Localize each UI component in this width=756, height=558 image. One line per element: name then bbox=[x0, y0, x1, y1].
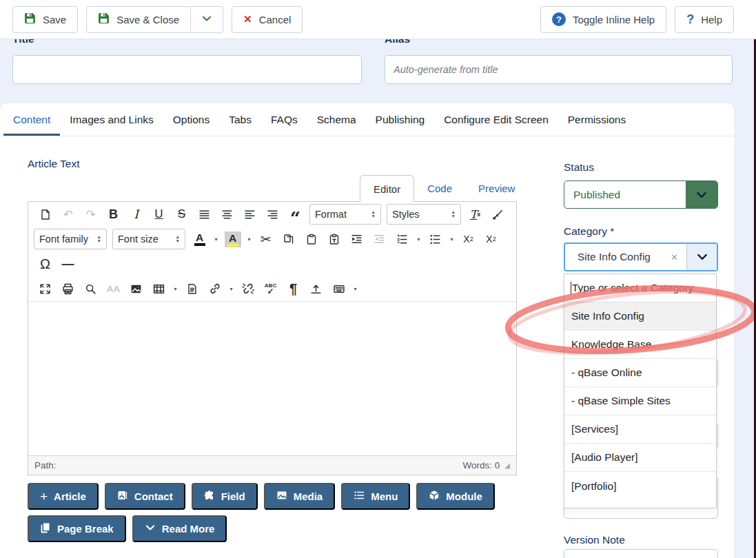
editor-content-area[interactable] bbox=[28, 301, 516, 455]
insert-article-button[interactable]: + Article bbox=[28, 483, 99, 510]
insert-image-icon[interactable] bbox=[125, 278, 147, 299]
insert-menu-button[interactable]: Menu bbox=[341, 483, 410, 510]
version-note-input[interactable] bbox=[564, 549, 718, 558]
tab-configure-edit-screen[interactable]: Configure Edit Screen bbox=[434, 103, 558, 136]
category-chevron-down-icon[interactable] bbox=[686, 244, 717, 270]
insert-contact-button[interactable]: Contact bbox=[105, 483, 185, 510]
fullscreen-icon[interactable] bbox=[34, 278, 57, 299]
subscript-icon[interactable]: X2 bbox=[457, 229, 480, 249]
superscript-icon[interactable]: X2 bbox=[480, 229, 502, 249]
align-right-icon[interactable] bbox=[261, 204, 284, 225]
align-left-icon[interactable] bbox=[238, 204, 261, 225]
horizontal-rule-icon[interactable]: — bbox=[57, 254, 79, 274]
special-character-icon[interactable]: Ω bbox=[34, 254, 57, 274]
bullet-list-dropdown-icon[interactable]: ▾ bbox=[447, 229, 457, 249]
clean-brush-icon[interactable] bbox=[487, 204, 509, 225]
category-combobox[interactable]: Site Info Config ✕ bbox=[564, 242, 718, 271]
table-dropdown-icon[interactable]: ▾ bbox=[170, 278, 181, 299]
strikethrough-icon[interactable]: S bbox=[170, 204, 193, 225]
category-option-portfolio[interactable]: [Portfolio] bbox=[564, 472, 716, 500]
tab-content[interactable]: Content bbox=[3, 103, 60, 136]
insert-module-button[interactable]: Module bbox=[416, 483, 495, 510]
insert-link-icon[interactable] bbox=[203, 278, 226, 299]
insert-field-button[interactable]: Field bbox=[192, 483, 258, 510]
font-family-select[interactable]: Font family ▲▼ bbox=[34, 229, 107, 249]
tab-permissions[interactable]: Permissions bbox=[558, 103, 635, 136]
upload-icon[interactable] bbox=[305, 278, 327, 299]
bold-icon[interactable]: B bbox=[102, 204, 125, 225]
toolbar-toggle-dropdown-icon[interactable]: ▾ bbox=[350, 278, 360, 299]
italic-icon[interactable]: I bbox=[125, 204, 147, 225]
show-invisibles-icon[interactable]: ¶ bbox=[282, 278, 305, 299]
save-button[interactable]: Save bbox=[12, 6, 78, 33]
styles-select[interactable]: Styles ▲▼ bbox=[387, 204, 461, 225]
insert-media-button[interactable]: Media bbox=[264, 483, 336, 510]
paste-as-text-icon[interactable] bbox=[323, 229, 345, 249]
clear-formatting-icon[interactable]: Tx bbox=[464, 204, 487, 225]
view-tab-preview[interactable]: Preview bbox=[465, 174, 528, 202]
text-color-icon[interactable]: A bbox=[188, 229, 211, 249]
toggle-inline-help-button[interactable]: ? Toggle Inline Help bbox=[540, 6, 666, 33]
category-option-site-info-config[interactable]: Site Info Config bbox=[564, 302, 716, 331]
ordered-list-icon[interactable] bbox=[391, 229, 413, 249]
read-more-button[interactable]: Read More bbox=[132, 515, 227, 542]
resize-grip-icon[interactable]: ◢ bbox=[504, 462, 510, 469]
page-break-button[interactable]: Page Break bbox=[28, 515, 126, 542]
new-document-icon[interactable] bbox=[34, 204, 57, 225]
category-search-input[interactable]: Type or select a Category bbox=[564, 274, 716, 302]
toolbar-toggle-icon[interactable] bbox=[327, 278, 350, 299]
paste-icon[interactable] bbox=[300, 229, 323, 249]
insert-table-icon[interactable] bbox=[147, 278, 170, 299]
category-search-text: Type or select a Category bbox=[572, 282, 694, 294]
tab-faqs[interactable]: FAQs bbox=[261, 103, 307, 136]
category-option-audio-player[interactable]: [Audio Player] bbox=[564, 444, 716, 472]
spellcheck-icon[interactable]: ABC✓ bbox=[259, 278, 282, 299]
category-option-qbase-online[interactable]: - qBase Online bbox=[564, 359, 716, 387]
search-icon[interactable] bbox=[79, 278, 102, 299]
ordered-list-dropdown-icon[interactable]: ▾ bbox=[413, 229, 424, 249]
font-size-aa-icon[interactable]: AA bbox=[102, 278, 125, 299]
view-tab-code[interactable]: Code bbox=[414, 174, 465, 202]
tab-images-and-links[interactable]: Images and Links bbox=[60, 103, 163, 136]
background-color-dropdown-icon[interactable]: ▾ bbox=[244, 229, 254, 249]
copy-icon[interactable] bbox=[277, 229, 300, 249]
outdent-icon[interactable] bbox=[368, 229, 391, 249]
underline-icon[interactable]: U bbox=[147, 204, 170, 225]
align-center-icon[interactable] bbox=[216, 204, 238, 225]
category-clear-icon[interactable]: ✕ bbox=[662, 244, 686, 270]
redo-icon[interactable]: ↷ bbox=[79, 204, 102, 225]
cancel-button[interactable]: ✕ Cancel bbox=[232, 6, 303, 33]
source-document-icon[interactable] bbox=[181, 278, 203, 299]
category-option-knowledge-base[interactable]: Knowledge Base bbox=[564, 331, 716, 359]
indent-icon[interactable] bbox=[345, 229, 368, 249]
tab-options[interactable]: Options bbox=[163, 103, 219, 136]
alias-input[interactable] bbox=[385, 55, 733, 84]
background-color-icon[interactable]: A bbox=[221, 229, 244, 249]
link-dropdown-icon[interactable]: ▾ bbox=[226, 278, 236, 299]
help-button[interactable]: ? Help bbox=[675, 6, 734, 33]
format-select[interactable]: Format ▲▼ bbox=[309, 204, 381, 225]
insert-media-label: Media bbox=[294, 490, 323, 502]
editor-toolbar-row-2: Font family ▲▼ Font size ▲▼ A ▾ A ▾ ✂ bbox=[28, 227, 516, 251]
undo-icon[interactable]: ↶ bbox=[57, 204, 79, 225]
insert-contact-label: Contact bbox=[134, 490, 173, 502]
cut-icon[interactable]: ✂ bbox=[254, 229, 277, 249]
save-options-dropdown-button[interactable] bbox=[191, 6, 223, 33]
print-icon[interactable] bbox=[57, 278, 79, 299]
bullet-list-icon[interactable] bbox=[424, 229, 447, 249]
status-select[interactable]: Published bbox=[564, 180, 718, 209]
category-option-qbase-simple-sites[interactable]: - qBase Simple Sites bbox=[564, 387, 716, 415]
blockquote-icon[interactable]: “ bbox=[284, 204, 307, 225]
tab-schema[interactable]: Schema bbox=[307, 103, 366, 136]
title-input[interactable] bbox=[12, 55, 362, 84]
tab-publishing[interactable]: Publishing bbox=[366, 103, 435, 136]
unlink-icon[interactable] bbox=[236, 278, 259, 299]
tab-tabs[interactable]: Tabs bbox=[219, 103, 261, 136]
align-justify-icon[interactable] bbox=[193, 204, 216, 225]
category-combobox-value: Site Info Config bbox=[565, 244, 662, 270]
view-tab-editor[interactable]: Editor bbox=[360, 175, 414, 203]
text-color-dropdown-icon[interactable]: ▾ bbox=[211, 229, 221, 249]
save-close-button[interactable]: Save & Close bbox=[86, 6, 191, 33]
category-option-services[interactable]: [Services] bbox=[564, 415, 716, 444]
font-size-select[interactable]: Font size ▲▼ bbox=[112, 229, 185, 249]
